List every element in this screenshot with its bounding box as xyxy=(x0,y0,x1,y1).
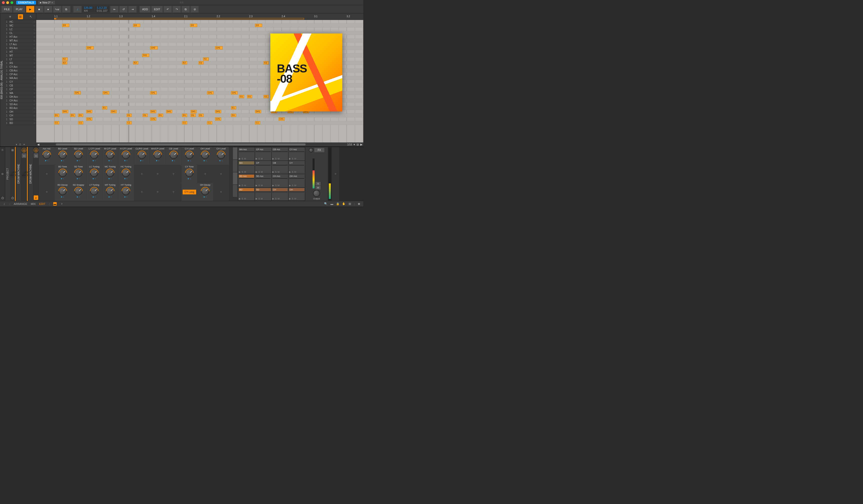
macro-knob[interactable]: Acc Vol.●→ xyxy=(39,147,54,165)
knob-icon[interactable] xyxy=(201,151,209,159)
midi-note[interactable]: E2 xyxy=(133,61,138,64)
knob-icon[interactable] xyxy=(43,151,51,159)
drum-pad[interactable]: OH▶SM xyxy=(289,188,305,201)
track-row[interactable]: 1MT◁ xyxy=(5,54,36,58)
drum-pad[interactable]: CB▶SM xyxy=(272,161,288,174)
midi-note[interactable]: D1 xyxy=(54,114,59,117)
drum-pad[interactable]: CB Acc▶SM xyxy=(272,148,288,161)
pad-solo-button[interactable]: S xyxy=(275,158,277,160)
macro-knob[interactable]: SD Snappy●→ xyxy=(71,183,86,201)
modulation-icon[interactable]: ●→ xyxy=(156,160,159,162)
pad-mute-button[interactable]: M xyxy=(244,184,246,187)
grid-zoom-value[interactable]: 1/16 xyxy=(347,143,352,146)
macro-empty-slot[interactable]: + xyxy=(213,183,229,201)
midi-note[interactable]: D3 xyxy=(255,24,262,27)
pad-mute-button[interactable]: M xyxy=(278,158,279,160)
knob-icon[interactable] xyxy=(59,187,67,195)
crown-icon[interactable]: ♔ xyxy=(1,148,4,152)
mute-button[interactable]: M xyxy=(315,186,321,189)
drum-machine-tab-1b[interactable]: DRUM MACHINE xyxy=(16,147,21,201)
midi-note[interactable]: E1 xyxy=(102,106,107,110)
midi-note[interactable]: C1 xyxy=(127,121,132,124)
pad-solo-button[interactable]: S xyxy=(275,198,277,200)
midi-note[interactable]: D1 xyxy=(231,114,236,117)
position-display[interactable]: 1.3.2.23 0:01.107 xyxy=(95,6,110,12)
macro-knob[interactable]: CY Tone●→ xyxy=(182,165,197,182)
drum-pad[interactable]: BD Acc▶SM xyxy=(238,174,254,187)
zoom-menu-icon[interactable]: ▾ xyxy=(353,143,355,146)
midi-note[interactable]: D#1 xyxy=(150,110,156,113)
pad-mute-button[interactable]: M xyxy=(294,171,296,173)
track-row[interactable]: 1SD◁ xyxy=(5,117,36,121)
drum-pad[interactable]: MA Acc▶SM xyxy=(238,148,254,161)
pad-mute-button[interactable]: M xyxy=(244,171,246,173)
pad-solo-button[interactable]: S xyxy=(292,184,293,187)
knob-icon[interactable] xyxy=(170,151,178,159)
metronome-button[interactable]: ♩ xyxy=(73,6,82,12)
output-knob[interactable] xyxy=(313,190,320,197)
macro-knob[interactable]: OH Decay●→ xyxy=(197,183,213,201)
pad-mute-button[interactable]: M xyxy=(261,171,263,173)
knob-icon[interactable] xyxy=(154,151,162,159)
knob-icon[interactable] xyxy=(74,187,83,195)
track-row[interactable]: 1LT Acc◁ xyxy=(5,42,36,46)
midi-note[interactable]: F#2 xyxy=(142,54,149,57)
track-row[interactable]: 1MC◁ xyxy=(5,24,36,27)
midi-note[interactable]: G#1 xyxy=(207,91,214,94)
pad-solo-button[interactable]: S xyxy=(275,184,277,187)
play-label-button[interactable]: PLAY xyxy=(13,6,25,12)
drum-pad[interactable]: OH Acc▶SM xyxy=(289,174,305,187)
grid-view-button[interactable]: ⊞ xyxy=(18,14,23,19)
track-row[interactable]: 1CB◁ xyxy=(5,84,36,87)
midi-note[interactable]: C#1 xyxy=(150,117,156,121)
macro-knob[interactable]: BD Tone●→ xyxy=(55,165,70,182)
pad-mute-button[interactable]: M xyxy=(244,198,246,200)
midi-note[interactable]: C1 xyxy=(207,121,212,124)
modulation-icon[interactable]: ●→ xyxy=(220,160,223,162)
pad-mute-button[interactable]: M xyxy=(278,198,279,200)
scroll-right-icon[interactable]: ▶ xyxy=(360,143,362,146)
midi-note[interactable]: G#2 xyxy=(150,46,158,49)
knob-icon[interactable] xyxy=(122,169,130,177)
pad-solo-button[interactable]: S xyxy=(242,198,243,200)
track-row[interactable]: 1RS◁ xyxy=(5,61,36,65)
fx-button[interactable]: FX xyxy=(314,148,324,152)
macro-knob[interactable]: CB Level●→ xyxy=(166,147,181,165)
panel-toggle-icon[interactable]: ▬ xyxy=(53,202,57,206)
scroll-thumb[interactable] xyxy=(56,143,305,146)
knob-icon[interactable] xyxy=(106,169,114,177)
filter-icon[interactable]: ⫛ xyxy=(19,143,22,146)
pad-play-icon[interactable]: ▶ xyxy=(239,198,241,200)
knob-icon[interactable] xyxy=(90,151,98,159)
tempo-display[interactable]: 125.00 4/4 xyxy=(82,6,95,12)
track-row[interactable]: 1BD◁ xyxy=(5,121,36,125)
macro-empty-slot[interactable]: + xyxy=(150,165,165,182)
modulation-icon[interactable]: ●→ xyxy=(92,196,96,198)
track-row[interactable]: 1CL◁ xyxy=(5,31,36,35)
delete-button[interactable]: ⊘ xyxy=(191,6,199,12)
info-icon[interactable]: i xyxy=(2,202,6,206)
pad-play-icon[interactable]: ▶ xyxy=(239,171,241,173)
pad-play-icon[interactable]: ▶ xyxy=(239,158,241,160)
stop-button[interactable]: ■ xyxy=(35,6,43,12)
fold-icon[interactable]: ▾ xyxy=(16,143,17,146)
midi-note[interactable]: E1 xyxy=(231,106,236,110)
knob-icon[interactable] xyxy=(185,169,193,177)
window-close-icon[interactable] xyxy=(2,1,5,4)
midi-note[interactable]: C#1 xyxy=(215,117,221,121)
pad-play-icon[interactable]: ▶ xyxy=(272,158,274,160)
duplicate-button[interactable]: ⧉ xyxy=(182,6,190,12)
midi-note[interactable]: C1 xyxy=(182,121,187,124)
track-row[interactable]: 1MA◁ xyxy=(5,91,36,95)
pad-play-icon[interactable]: ▶ xyxy=(255,198,257,200)
device-power-button-2[interactable]: ⏻ xyxy=(34,148,38,152)
punch-out-button[interactable]: ⇥ xyxy=(128,6,136,12)
midi-note[interactable]: D#1 xyxy=(111,110,117,113)
modulation-icon[interactable]: ●→ xyxy=(109,196,112,198)
macro-knob[interactable]: SD Tone●→ xyxy=(71,165,86,182)
pad-solo-button[interactable]: S xyxy=(292,171,293,173)
midi-note[interactable]: F2 xyxy=(203,58,209,61)
pointer-tool-button[interactable]: ↖ xyxy=(28,14,33,19)
add-button[interactable]: ADD xyxy=(140,6,150,12)
pad-solo-button[interactable]: S xyxy=(292,158,293,160)
